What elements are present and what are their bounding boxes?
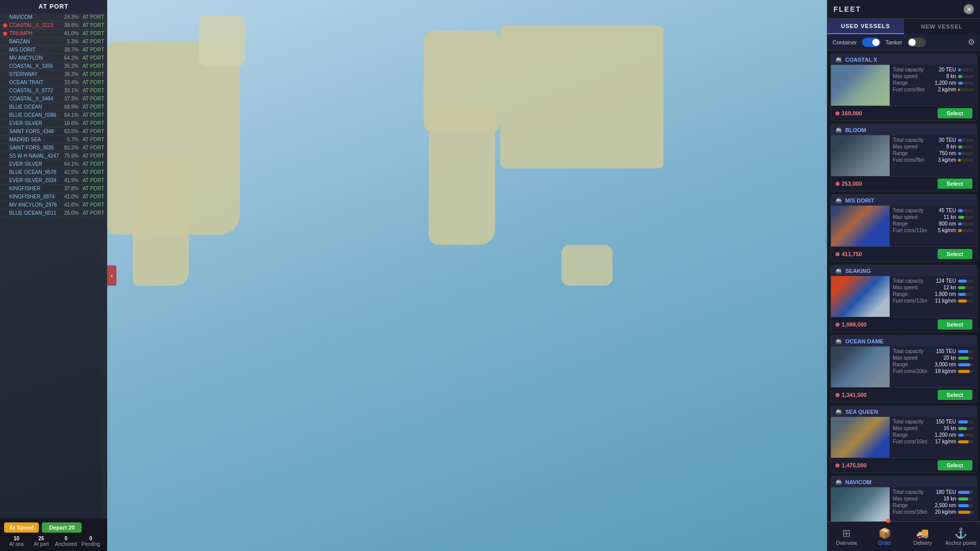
nav-item-delivery[interactable]: 🚚 Delivery [904,525,942,548]
left-panel-vessel-row[interactable]: SAINT FORS_3035 82.2% AT PORT [0,144,107,152]
fuel-label: Fuel cons/8kn [893,157,938,163]
left-panel-vessel-row[interactable]: COASTAL_X_3356 35.2% AT PORT [0,62,107,70]
left-panel-vessel-row[interactable]: COASTAL_X_3464 37.3% AT PORT [0,95,107,103]
close-button[interactable]: ✕ [964,4,974,14]
fuel-value: 11 kg/nm [935,298,956,304]
vessel-alert-indicator [3,146,7,150]
vessel-image [831,65,890,106]
vessel-status: AT PORT [79,80,104,85]
vessel-card-header: 🚢 SEAKING [831,265,976,276]
left-panel-vessel-row[interactable]: M/S DORIT 39.7% AT PORT [0,46,107,54]
container-toggle[interactable] [862,38,880,47]
vessel-alert-indicator [3,211,7,215]
fuel-bar-fill [958,511,970,514]
vessel-status: AT PORT [79,161,104,167]
fleet-vessel-card: 🚢 BLOOM Total capacity 30 TEU Max speed … [830,124,977,191]
stat-item: 10At sea [4,536,29,547]
left-panel-vessel-row[interactable]: KINGFISHER 37.8% AT PORT [0,185,107,193]
vessel-select-button[interactable]: Select [938,319,972,330]
vessel-stats: Total capacity 45 TEU Max speed 11 kn Ra… [890,206,976,246]
price-value: 1,341,500 [842,392,867,398]
vessel-name: EVER SILVER [9,120,60,126]
vessel-name: COASTAL_X_3223 [9,22,60,28]
speed-bar-bg [958,75,973,78]
vessel-select-button[interactable]: Select [938,108,972,118]
left-panel-vessel-row[interactable]: STERNWAY 38.3% AT PORT [0,70,107,79]
tab-used-vessels[interactable]: USED VESSELS [827,19,904,34]
vessel-card-footer: ⊗ 253,000 Select [831,176,976,191]
vessel-card-name: BLOOM [845,127,866,133]
price-value: 253,000 [842,181,862,187]
filter-icon[interactable]: ⚙ [968,37,975,47]
left-panel-vessel-row[interactable]: TRIUMPH 41.0% AT PORT [0,30,107,38]
fuel-line: Fuel cons/18kn 20 kg/nm [893,509,973,515]
nav-item-order[interactable]: 📦 Order [866,525,904,548]
capacity-label: Total capacity [893,137,939,143]
fleet-modal: FLEET ✕ USED VESSELSNEW VESSEL Container… [827,0,980,551]
range-bar-bg [958,434,973,437]
left-panel-vessel-row[interactable]: BARZAN 5.3% AT PORT [0,38,107,46]
speed-value: 18 kn [944,496,956,502]
vessel-price: ⊗ 169,000 [835,110,862,117]
left-panel-vessel-row[interactable]: NAVICOM 24.3% AT PORT [0,13,107,21]
capacity-bar-fill [958,139,962,142]
range-bar-fill [958,222,962,226]
vessel-name: SS W H NAVAL_4247 [9,153,60,159]
vessel-ship-icon: 🚢 [835,479,842,485]
vessel-percentage: 26.0% [60,210,79,216]
speed-button[interactable]: 4x Speed [4,522,39,533]
vessel-percentage: 41.0% [60,194,79,199]
vessel-status: AT PORT [79,47,104,53]
speed-label: Max speed [893,496,944,502]
left-panel-vessel-row[interactable]: COASTAL_X_3223 39.8% AT PORT [0,21,107,30]
tanker-toggle[interactable] [908,38,926,47]
stat-item: 0Pending [79,536,104,547]
range-line: Range 1,200 nm [893,432,973,438]
vessel-image [831,346,890,387]
vessel-ship-icon: 🚢 [835,408,842,415]
nav-item-anchor-points[interactable]: ⚓ Anchor points [942,525,980,548]
fuel-label: Fuel cons/8kn [893,87,938,92]
left-panel-vessel-row[interactable]: BLUE OCEAN_0086 54.1% AT PORT [0,111,107,119]
left-panel-vessel-row[interactable]: SS W H NAVAL_4247 75.9% AT PORT [0,152,107,160]
vessel-card-footer: ⊗ 1,341,500 Select [831,387,976,402]
vessel-select-button[interactable]: Select [938,390,972,400]
vessel-percentage: 38.3% [60,71,79,77]
range-bar-bg [958,363,973,366]
vessel-select-button[interactable]: Select [938,179,972,189]
left-panel-vessel-row[interactable]: OCEAN TRAIT 33.4% AT PORT [0,79,107,87]
left-panel-vessel-row[interactable]: BLUE OCEAN_6011 26.0% AT PORT [0,209,107,217]
tab-new-vessel[interactable]: NEW VESSEL [904,19,981,34]
left-panel-vessel-row[interactable]: KINGFISHER_6974 41.0% AT PORT [0,193,107,201]
left-panel-vessel-row[interactable]: MADRID SEA 5.7% AT PORT [0,136,107,144]
vessel-alert-indicator [3,23,7,28]
range-bar-fill [958,363,970,366]
capacity-line: Total capacity 30 TEU [893,137,973,143]
fuel-label: Fuel cons/20kn [893,368,935,374]
speed-line: Max speed 8 kn [893,73,973,79]
left-panel-vessel-row[interactable]: EVER SILVER 64.1% AT PORT [0,160,107,168]
vessel-name: KINGFISHER [9,186,60,191]
vessel-stats: Total capacity 124 TEU Max speed 12 kn R… [890,276,976,317]
collapse-panel-button[interactable]: ‹ [107,265,116,286]
vessel-select-button[interactable]: Select [938,460,972,470]
left-panel-vessel-row[interactable]: EVER SILVER 18.6% AT PORT [0,119,107,128]
left-panel-vessel-row[interactable]: SAINT FORS_4346 63.5% AT PORT [0,128,107,136]
capacity-bar-fill [958,420,968,423]
speed-bar-fill [958,286,965,289]
left-panel-vessel-row[interactable]: MV ANCYLON_2978 41.6% AT PORT [0,201,107,209]
left-panel-vessel-row[interactable]: EVER SILVER_2034 41.9% AT PORT [0,177,107,185]
fuel-bar-bg [958,229,973,232]
range-label: Range [893,432,935,438]
left-panel-vessel-row[interactable]: BLUE OCEAN 68.9% AT PORT [0,103,107,111]
fleet-vessel-card: 🚢 NAVICOM Total capacity 180 TEU Max spe… [830,476,977,521]
vessel-select-button[interactable]: Select [938,249,972,259]
fuel-label: Fuel cons/18kn [893,509,935,515]
nav-item-overview[interactable]: ⊞ Overview [827,525,866,548]
left-panel-vessel-row[interactable]: MV ANCYLON 64.2% AT PORT [0,54,107,62]
left-panel-vessel-row[interactable]: BLUE OCEAN_9578 42.5% AT PORT [0,168,107,177]
depart-button[interactable]: Depart 20 [42,522,82,533]
vessel-ship-icon: 🚢 [835,267,842,274]
left-panel-vessel-row[interactable]: COASTAL_X_9772 33.1% AT PORT [0,87,107,95]
vessel-alert-indicator [3,187,7,191]
